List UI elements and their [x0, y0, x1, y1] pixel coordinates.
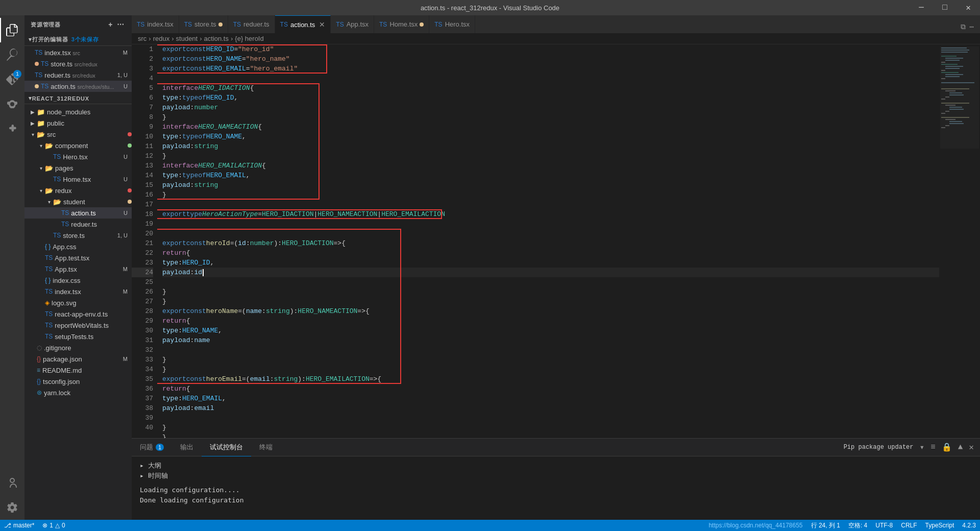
- explorer-activity-icon[interactable]: [0, 18, 24, 42]
- collapse-icon[interactable]: ⋯: [116, 19, 126, 30]
- tree-redux[interactable]: ▾ 📂 redux: [24, 185, 132, 196]
- tab-close-icon[interactable]: ✕: [319, 20, 325, 29]
- code-content[interactable]: export const HERO_ID = "hero_id" export …: [157, 44, 939, 438]
- tree-action-ts[interactable]: TS action.ts U: [24, 207, 132, 219]
- panel-tab-console[interactable]: 试试控制台: [202, 439, 251, 456]
- line-num-1: 1: [132, 44, 153, 54]
- new-file-icon[interactable]: +: [107, 19, 114, 30]
- breadcrumb-src[interactable]: src: [138, 35, 146, 42]
- settings-activity-icon[interactable]: [0, 495, 24, 520]
- split-editor-icon[interactable]: ⧉: [959, 21, 968, 33]
- panel-tab-problems[interactable]: 问题 1: [132, 439, 172, 456]
- line-num-16: 16: [132, 190, 153, 200]
- activity-bar-bottom: [0, 471, 24, 520]
- account-activity-icon[interactable]: [0, 471, 24, 495]
- tree-index-css[interactable]: { } index.css: [24, 275, 132, 286]
- tree-report-web-vitals[interactable]: TS reportWebVitals.ts: [24, 320, 132, 331]
- tree-app-test-tsx[interactable]: TS App.test.tsx: [24, 252, 132, 263]
- tab-hero-tsx[interactable]: TS Hero.tsx: [429, 15, 475, 33]
- panel-up-icon[interactable]: ▲: [956, 442, 965, 453]
- code-line-28: export const heroName = (name:string):HE…: [162, 306, 939, 316]
- status-encoding[interactable]: UTF-8: [871, 520, 897, 531]
- tree-tsconfig-json[interactable]: {} tsconfig.json: [24, 376, 132, 387]
- pip-dropdown-label: Pip package updater: [844, 444, 914, 451]
- tree-readme-md[interactable]: ≡ README.md: [24, 365, 132, 376]
- status-language[interactable]: TypeScript: [921, 520, 959, 531]
- extensions-activity-icon[interactable]: [0, 116, 24, 140]
- line-num-23: 23: [132, 258, 153, 268]
- panel-close-icon[interactable]: ✕: [967, 441, 976, 453]
- code-line-30: type:HERO_NAME,: [162, 326, 939, 335]
- line-num-24: 24: [132, 268, 153, 277]
- tree-package-json[interactable]: {} package.json M: [24, 353, 132, 365]
- tree-student[interactable]: ▾ 📂 student: [24, 196, 132, 207]
- tree-yarn-lock[interactable]: ⊛ yarn.lock: [24, 387, 132, 398]
- more-actions-icon[interactable]: ⋯: [968, 20, 976, 33]
- status-branch[interactable]: ⎇ master*: [0, 520, 38, 531]
- breadcrumb-symbol[interactable]: {e} heroId: [235, 35, 263, 42]
- editor-with-minimap: 1 2 3 4 5 6 7 8 9 10 11 12 13 14: [132, 44, 980, 438]
- sidebar: 资源管理器 + ⋯ ▾ 打开的编辑器 3个未保存 TS index.ts: [24, 15, 132, 520]
- breadcrumb-student[interactable]: student: [176, 35, 198, 42]
- tree-store-ts[interactable]: TS store.ts 1, U: [24, 230, 132, 241]
- tree-reduer-ts[interactable]: TS reduer.ts: [24, 219, 132, 230]
- tree-app-tsx[interactable]: TS App.tsx M: [24, 263, 132, 275]
- panel-list-icon[interactable]: ≡: [928, 442, 938, 453]
- project-tree-header[interactable]: ▾ REACT_312REDUX: [24, 93, 132, 104]
- code-line-8: }: [162, 112, 939, 122]
- code-line-31: payload:name: [162, 335, 939, 345]
- tab-app-tsx[interactable]: TS App.tsx: [331, 15, 374, 33]
- tree-setup-tests[interactable]: TS setupTests.ts: [24, 331, 132, 342]
- tree-logo-svg[interactable]: ◈ logo.svg: [24, 297, 132, 308]
- folder-arrow: ▶: [29, 120, 37, 126]
- tree-pages[interactable]: ▾ 📂 pages: [24, 162, 132, 174]
- maximize-button[interactable]: □: [933, 0, 957, 15]
- breadcrumb-redux[interactable]: redux: [153, 35, 170, 42]
- tab-action-ts[interactable]: TS action.ts ✕: [275, 15, 331, 33]
- panel-tab-terminal[interactable]: 终端: [251, 439, 281, 456]
- tree-hero-tsx[interactable]: TS Hero.tsx U: [24, 151, 132, 162]
- status-line-ending[interactable]: CRLF: [897, 520, 921, 531]
- line-num-4: 4: [132, 74, 153, 83]
- tree-index-tsx[interactable]: TS index.tsx M: [24, 286, 132, 297]
- status-link[interactable]: https://blog.csdn.net/qq_44178655: [704, 520, 806, 531]
- line-num-33: 33: [132, 355, 153, 365]
- tree-home-tsx[interactable]: TS Home.tsx U: [24, 174, 132, 185]
- open-editors-badge: 3个未保存: [71, 36, 99, 43]
- open-file-reduer-ts[interactable]: TS reduer.ts src/redux 1, U: [24, 69, 132, 81]
- tree-node-modules[interactable]: ▶ 📁 node_modules: [24, 106, 132, 117]
- tree-app-css[interactable]: { } App.css: [24, 241, 132, 252]
- open-editors-section-header[interactable]: ▾ 打开的编辑器 3个未保存: [24, 34, 132, 46]
- code-editor[interactable]: 1 2 3 4 5 6 7 8 9 10 11 12 13 14: [132, 44, 939, 438]
- tab-store-ts[interactable]: TS store.ts: [179, 15, 228, 33]
- project-title: REACT_312REDUX: [32, 95, 89, 102]
- warning-count: 0: [62, 522, 65, 529]
- status-spaces[interactable]: 空格: 4: [844, 520, 871, 531]
- tab-index-tsx[interactable]: TS index.tsx: [132, 15, 179, 33]
- search-activity-icon[interactable]: [0, 42, 24, 67]
- line-num-10: 10: [132, 132, 153, 141]
- tree-component[interactable]: ▾ 📂 component: [24, 140, 132, 151]
- open-file-action-ts[interactable]: TS action.ts src/redux/stu... U: [24, 81, 132, 92]
- minimize-button[interactable]: ─: [910, 0, 933, 15]
- open-file-store-ts[interactable]: TS store.ts src/redux: [24, 58, 132, 69]
- close-button[interactable]: ✕: [957, 0, 980, 15]
- panel-tab-output[interactable]: 输出: [172, 439, 202, 456]
- breadcrumb-action-ts[interactable]: action.ts: [204, 35, 229, 42]
- git-activity-icon[interactable]: 1: [0, 67, 24, 91]
- tree-src[interactable]: ▾ 📂 src: [24, 129, 132, 140]
- tab-home-tsx[interactable]: TS Home.tsx: [374, 15, 429, 33]
- tree-public[interactable]: ▶ 📁 public: [24, 117, 132, 129]
- panel-lock-icon[interactable]: 🔒: [940, 441, 954, 453]
- debug-activity-icon[interactable]: [0, 91, 24, 116]
- ts-version-label: 4.2.3: [962, 522, 976, 529]
- status-errors[interactable]: ⊗ 1 △ 0: [38, 520, 69, 531]
- status-ts-version[interactable]: 4.2.3: [958, 520, 980, 531]
- line-num-14: 14: [132, 171, 153, 180]
- open-file-index-tsx[interactable]: TS index.tsx src M: [24, 47, 132, 58]
- tab-reduer-ts[interactable]: TS reduer.ts: [228, 15, 275, 33]
- status-position[interactable]: 行 24, 列 1: [807, 520, 844, 531]
- panel-dropdown-icon[interactable]: ▾: [918, 441, 927, 453]
- tree-react-app-env[interactable]: TS react-app-env.d.ts: [24, 308, 132, 320]
- tree-gitignore[interactable]: ◌ .gitignore: [24, 342, 132, 353]
